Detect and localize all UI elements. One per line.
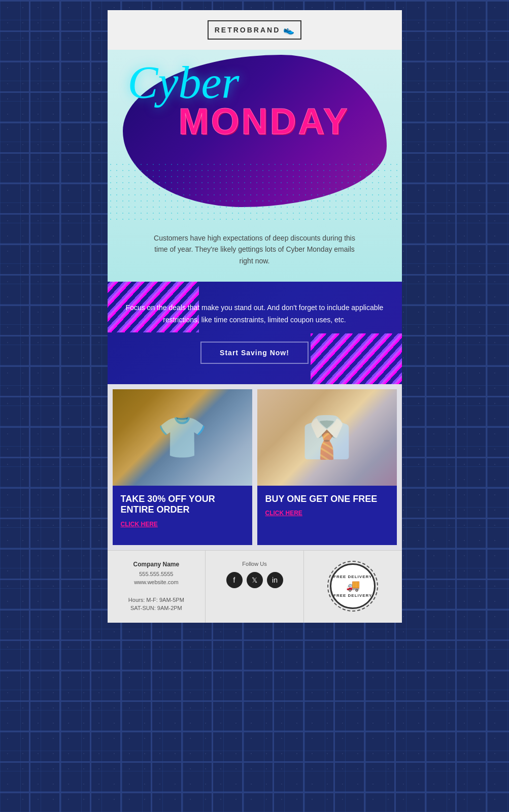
product-card-1: TAKE 30% OFF YOUR ENTIRE ORDER CLICK HER… <box>113 389 252 545</box>
twitter-icon[interactable]: 𝕏 <box>247 572 263 588</box>
delivery-badge-outer: FREE DELIVERY 🚚 FREE DELIVERY <box>327 561 378 612</box>
footer-company-name: Company Name <box>116 561 197 568</box>
shoe-icon: 👟 <box>283 24 294 36</box>
product-info-2: BUY ONE GET ONE FREE CLICK HERE <box>257 486 397 525</box>
hero-blob-area: Cyber MONDAY <box>108 50 402 222</box>
logo-box: RETROBRAND 👟 <box>208 20 302 40</box>
footer-badge-col: FREE DELIVERY 🚚 FREE DELIVERY <box>304 551 402 623</box>
footer-phone: 555.555.5555 <box>116 570 197 579</box>
hero-dots-decoration <box>108 161 402 222</box>
product-title-2: BUY ONE GET ONE FREE <box>265 494 389 505</box>
middle-section: Focus on the deals that make you stand o… <box>108 282 402 384</box>
product-zigzag-1 <box>113 536 252 545</box>
cyber-word: Cyber <box>128 60 350 106</box>
email-container: RETROBRAND 👟 Cyber MONDAY Customers have… <box>108 10 402 623</box>
monday-word: MONDAY <box>179 100 350 142</box>
delivery-badge: FREE DELIVERY 🚚 FREE DELIVERY <box>330 563 376 609</box>
product-link-2[interactable]: CLICK HERE <box>265 510 389 517</box>
footer-weekend: SAT-SUN: 9AM-2PM <box>116 604 197 613</box>
hero-section: Cyber MONDAY Customers have high expecta… <box>108 50 402 282</box>
linkedin-icon[interactable]: in <box>267 572 283 588</box>
product-zigzag-2 <box>257 525 397 534</box>
product-info-1: TAKE 30% OFF YOUR ENTIRE ORDER CLICK HER… <box>113 486 252 536</box>
footer-website: www.website.com <box>116 578 197 587</box>
logo-text: RETROBRAND <box>215 26 281 34</box>
diagonal-stripes-bottom <box>311 333 402 384</box>
cyber-text-group: Cyber MONDAY <box>128 60 350 142</box>
truck-icon: 🚚 <box>346 579 360 592</box>
product-image-2 <box>257 389 397 486</box>
delivery-badge-top-text: FREE DELIVERY <box>333 574 372 579</box>
footer-follow-label: Follow Us <box>214 561 295 567</box>
hero-description: Customers have high expectations of deep… <box>108 222 402 282</box>
footer-section: Company Name 555.555.5555 www.website.co… <box>108 550 402 623</box>
footer-hours: Hours: M-F: 9AM-5PM <box>116 596 197 604</box>
product-image-1 <box>113 389 252 486</box>
products-section: TAKE 30% OFF YOUR ENTIRE ORDER CLICK HER… <box>108 384 402 550</box>
product-card-2: BUY ONE GET ONE FREE CLICK HERE <box>257 389 397 545</box>
email-header: RETROBRAND 👟 <box>108 10 402 50</box>
delivery-badge-bottom-text: FREE DELIVERY <box>333 593 372 598</box>
footer-social-col: Follow Us f 𝕏 in <box>206 551 304 623</box>
cta-button[interactable]: Start Saving Now! <box>200 342 309 364</box>
product-link-1[interactable]: CLICK HERE <box>121 521 244 528</box>
facebook-icon[interactable]: f <box>226 572 243 588</box>
middle-body-text: Focus on the deals that make you stand o… <box>118 302 392 326</box>
footer-company-col: Company Name 555.555.5555 www.website.co… <box>108 551 206 623</box>
social-icons-group: f 𝕏 in <box>214 572 295 588</box>
product-title-1: TAKE 30% OFF YOUR ENTIRE ORDER <box>121 494 244 516</box>
